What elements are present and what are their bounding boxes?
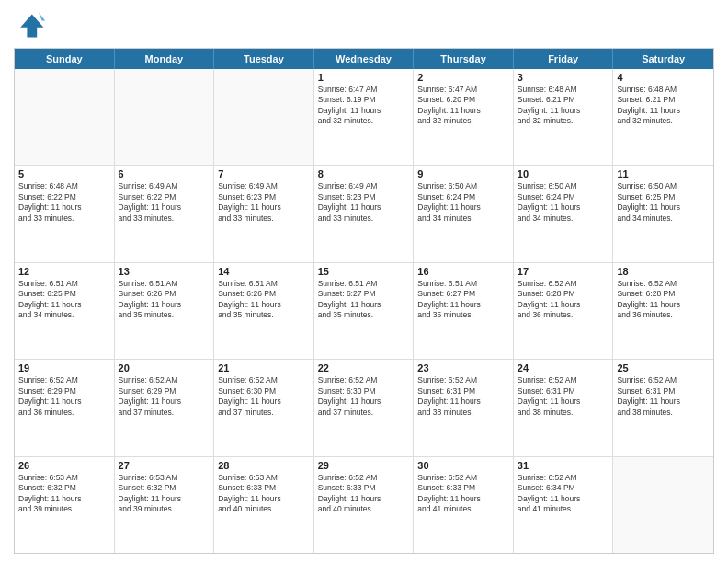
page: SundayMondayTuesdayWednesdayThursdayFrid… [0, 0, 728, 563]
calendar-cell: 28Sunrise: 6:53 AMSunset: 6:33 PMDayligh… [214, 457, 314, 553]
svg-marker-0 [20, 14, 43, 37]
day-number: 27 [119, 460, 210, 471]
day-number: 13 [119, 266, 210, 277]
logo-icon [14, 9, 47, 42]
day-number: 6 [119, 168, 210, 179]
day-number: 15 [318, 266, 410, 277]
calendar-cell: 11Sunrise: 6:50 AMSunset: 6:25 PMDayligh… [613, 166, 713, 261]
day-number: 7 [218, 168, 310, 179]
header [14, 9, 714, 42]
calendar-cell: 23Sunrise: 6:52 AMSunset: 6:31 PMDayligh… [414, 360, 514, 455]
calendar-cell: 27Sunrise: 6:53 AMSunset: 6:32 PMDayligh… [115, 457, 215, 553]
calendar-cell: 25Sunrise: 6:52 AMSunset: 6:31 PMDayligh… [613, 360, 713, 455]
day-number: 20 [119, 362, 210, 373]
cell-info: Sunrise: 6:52 AMSunset: 6:30 PMDaylight:… [318, 375, 410, 418]
cell-info: Sunrise: 6:50 AMSunset: 6:25 PMDaylight:… [617, 181, 710, 224]
cell-info: Sunrise: 6:49 AMSunset: 6:23 PMDaylight:… [218, 181, 310, 224]
calendar-cell [115, 69, 215, 165]
day-number: 28 [218, 460, 310, 471]
day-number: 30 [417, 460, 509, 471]
calendar-cell: 1Sunrise: 6:47 AMSunset: 6:19 PMDaylight… [314, 69, 415, 165]
cell-info: Sunrise: 6:51 AMSunset: 6:25 PMDaylight:… [18, 279, 110, 321]
calendar-cell: 24Sunrise: 6:52 AMSunset: 6:31 PMDayligh… [514, 360, 614, 455]
cell-info: Sunrise: 6:53 AMSunset: 6:32 PMDaylight:… [119, 473, 210, 515]
calendar-cell: 31Sunrise: 6:52 AMSunset: 6:34 PMDayligh… [514, 457, 614, 553]
day-number: 23 [417, 362, 509, 373]
cell-info: Sunrise: 6:52 AMSunset: 6:34 PMDaylight:… [518, 473, 609, 515]
day-number: 18 [617, 266, 710, 277]
calendar-cell: 22Sunrise: 6:52 AMSunset: 6:30 PMDayligh… [314, 360, 415, 455]
cell-info: Sunrise: 6:52 AMSunset: 6:28 PMDaylight:… [518, 279, 609, 321]
day-number: 1 [318, 72, 410, 83]
cell-info: Sunrise: 6:49 AMSunset: 6:22 PMDaylight:… [119, 181, 210, 224]
calendar-cell: 7Sunrise: 6:49 AMSunset: 6:23 PMDaylight… [214, 166, 314, 261]
calendar-cell: 8Sunrise: 6:49 AMSunset: 6:23 PMDaylight… [314, 166, 415, 261]
day-number: 3 [518, 72, 609, 83]
calendar-cell: 6Sunrise: 6:49 AMSunset: 6:22 PMDaylight… [115, 166, 215, 261]
day-number: 14 [218, 266, 310, 277]
day-number: 17 [518, 266, 609, 277]
cell-info: Sunrise: 6:52 AMSunset: 6:33 PMDaylight:… [417, 473, 509, 515]
cell-info: Sunrise: 6:53 AMSunset: 6:33 PMDaylight:… [218, 473, 310, 515]
day-number: 21 [218, 362, 310, 373]
calendar-cell [214, 69, 314, 165]
cell-info: Sunrise: 6:47 AMSunset: 6:19 PMDaylight:… [318, 85, 410, 127]
calendar-cell [613, 457, 713, 553]
cell-info: Sunrise: 6:48 AMSunset: 6:21 PMDaylight:… [518, 85, 609, 127]
calendar-cell: 10Sunrise: 6:50 AMSunset: 6:24 PMDayligh… [514, 166, 614, 261]
weekday-header: Tuesday [214, 49, 314, 69]
cell-info: Sunrise: 6:50 AMSunset: 6:24 PMDaylight:… [417, 181, 509, 224]
cell-info: Sunrise: 6:48 AMSunset: 6:22 PMDaylight:… [18, 181, 110, 224]
calendar-row: 12Sunrise: 6:51 AMSunset: 6:25 PMDayligh… [15, 263, 713, 360]
cell-info: Sunrise: 6:52 AMSunset: 6:33 PMDaylight:… [318, 473, 410, 515]
svg-marker-1 [39, 13, 45, 21]
weekday-header: Sunday [15, 49, 115, 69]
calendar-row: 5Sunrise: 6:48 AMSunset: 6:22 PMDaylight… [15, 166, 713, 262]
calendar-cell: 13Sunrise: 6:51 AMSunset: 6:26 PMDayligh… [115, 263, 215, 359]
day-number: 8 [318, 168, 410, 179]
calendar-cell: 26Sunrise: 6:53 AMSunset: 6:32 PMDayligh… [15, 457, 115, 553]
cell-info: Sunrise: 6:51 AMSunset: 6:26 PMDaylight:… [119, 279, 210, 321]
day-number: 29 [318, 460, 410, 471]
calendar-cell: 29Sunrise: 6:52 AMSunset: 6:33 PMDayligh… [314, 457, 415, 553]
day-number: 2 [417, 72, 509, 83]
day-number: 16 [417, 266, 509, 277]
calendar-cell [15, 69, 115, 165]
calendar-cell: 21Sunrise: 6:52 AMSunset: 6:30 PMDayligh… [214, 360, 314, 455]
cell-info: Sunrise: 6:52 AMSunset: 6:29 PMDaylight:… [18, 375, 110, 418]
calendar-cell: 14Sunrise: 6:51 AMSunset: 6:26 PMDayligh… [214, 263, 314, 359]
calendar-cell: 15Sunrise: 6:51 AMSunset: 6:27 PMDayligh… [314, 263, 415, 359]
day-number: 12 [18, 266, 110, 277]
calendar-cell: 3Sunrise: 6:48 AMSunset: 6:21 PMDaylight… [514, 69, 614, 165]
day-number: 25 [617, 362, 710, 373]
calendar-cell: 19Sunrise: 6:52 AMSunset: 6:29 PMDayligh… [15, 360, 115, 455]
calendar-cell: 12Sunrise: 6:51 AMSunset: 6:25 PMDayligh… [15, 263, 115, 359]
day-number: 19 [18, 362, 110, 373]
calendar-cell: 16Sunrise: 6:51 AMSunset: 6:27 PMDayligh… [414, 263, 514, 359]
day-number: 24 [518, 362, 609, 373]
calendar-cell: 30Sunrise: 6:52 AMSunset: 6:33 PMDayligh… [414, 457, 514, 553]
weekday-header: Friday [514, 49, 614, 69]
cell-info: Sunrise: 6:47 AMSunset: 6:20 PMDaylight:… [417, 85, 509, 127]
cell-info: Sunrise: 6:52 AMSunset: 6:30 PMDaylight:… [218, 375, 310, 418]
calendar-row: 1Sunrise: 6:47 AMSunset: 6:19 PMDaylight… [15, 69, 713, 166]
cell-info: Sunrise: 6:48 AMSunset: 6:21 PMDaylight:… [617, 85, 710, 127]
day-number: 26 [18, 460, 110, 471]
calendar-body: 1Sunrise: 6:47 AMSunset: 6:19 PMDaylight… [15, 69, 713, 553]
cell-info: Sunrise: 6:53 AMSunset: 6:32 PMDaylight:… [18, 473, 110, 515]
calendar-cell: 4Sunrise: 6:48 AMSunset: 6:21 PMDaylight… [613, 69, 713, 165]
day-number: 31 [518, 460, 609, 471]
cell-info: Sunrise: 6:51 AMSunset: 6:27 PMDaylight:… [318, 279, 410, 321]
logo [14, 9, 49, 42]
cell-info: Sunrise: 6:49 AMSunset: 6:23 PMDaylight:… [318, 181, 410, 224]
calendar-header: SundayMondayTuesdayWednesdayThursdayFrid… [15, 49, 713, 69]
weekday-header: Thursday [414, 49, 514, 69]
cell-info: Sunrise: 6:51 AMSunset: 6:26 PMDaylight:… [218, 279, 310, 321]
calendar-cell: 9Sunrise: 6:50 AMSunset: 6:24 PMDaylight… [414, 166, 514, 261]
calendar-cell: 17Sunrise: 6:52 AMSunset: 6:28 PMDayligh… [514, 263, 614, 359]
cell-info: Sunrise: 6:51 AMSunset: 6:27 PMDaylight:… [417, 279, 509, 321]
weekday-header: Wednesday [314, 49, 415, 69]
cell-info: Sunrise: 6:52 AMSunset: 6:31 PMDaylight:… [617, 375, 710, 418]
cell-info: Sunrise: 6:52 AMSunset: 6:28 PMDaylight:… [617, 279, 710, 321]
calendar-row: 26Sunrise: 6:53 AMSunset: 6:32 PMDayligh… [15, 457, 713, 553]
